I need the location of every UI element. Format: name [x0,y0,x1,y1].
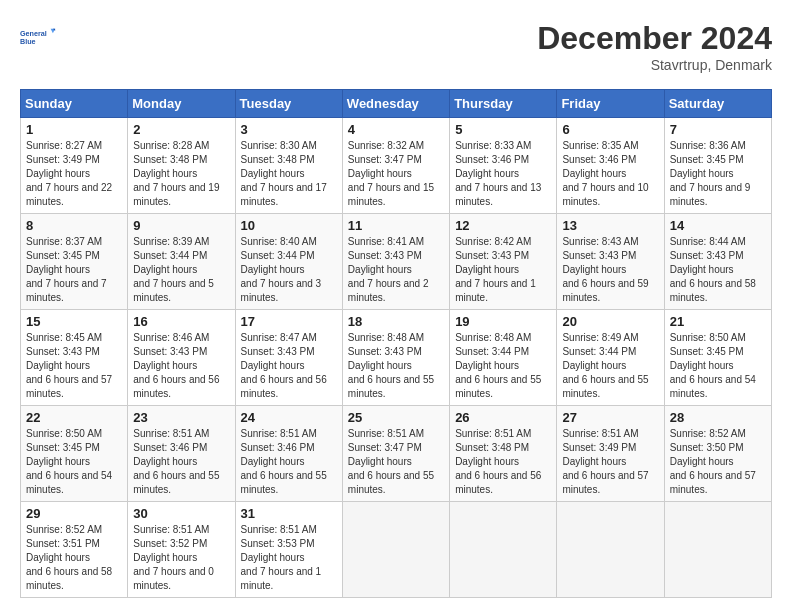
calendar-cell: 19 Sunrise: 8:48 AM Sunset: 3:44 PM Dayl… [450,310,557,406]
day-number: 12 [455,218,551,233]
header-row: SundayMondayTuesdayWednesdayThursdayFrid… [21,90,772,118]
day-number: 1 [26,122,122,137]
calendar-cell: 22 Sunrise: 8:50 AM Sunset: 3:45 PM Dayl… [21,406,128,502]
svg-text:Blue: Blue [20,37,36,46]
calendar-cell: 13 Sunrise: 8:43 AM Sunset: 3:43 PM Dayl… [557,214,664,310]
week-row-5: 29 Sunrise: 8:52 AM Sunset: 3:51 PM Dayl… [21,502,772,598]
day-number: 26 [455,410,551,425]
day-info: Sunrise: 8:39 AM Sunset: 3:44 PM Dayligh… [133,235,229,305]
col-header-wednesday: Wednesday [342,90,449,118]
day-number: 8 [26,218,122,233]
calendar-cell: 9 Sunrise: 8:39 AM Sunset: 3:44 PM Dayli… [128,214,235,310]
calendar-cell: 7 Sunrise: 8:36 AM Sunset: 3:45 PM Dayli… [664,118,771,214]
col-header-sunday: Sunday [21,90,128,118]
col-header-friday: Friday [557,90,664,118]
day-info: Sunrise: 8:50 AM Sunset: 3:45 PM Dayligh… [670,331,766,401]
day-info: Sunrise: 8:51 AM Sunset: 3:46 PM Dayligh… [133,427,229,497]
day-number: 2 [133,122,229,137]
day-info: Sunrise: 8:48 AM Sunset: 3:44 PM Dayligh… [455,331,551,401]
calendar-cell: 4 Sunrise: 8:32 AM Sunset: 3:47 PM Dayli… [342,118,449,214]
day-info: Sunrise: 8:28 AM Sunset: 3:48 PM Dayligh… [133,139,229,209]
day-info: Sunrise: 8:40 AM Sunset: 3:44 PM Dayligh… [241,235,337,305]
calendar-cell: 25 Sunrise: 8:51 AM Sunset: 3:47 PM Dayl… [342,406,449,502]
day-number: 14 [670,218,766,233]
calendar-cell: 20 Sunrise: 8:49 AM Sunset: 3:44 PM Dayl… [557,310,664,406]
day-info: Sunrise: 8:30 AM Sunset: 3:48 PM Dayligh… [241,139,337,209]
day-number: 25 [348,410,444,425]
day-number: 21 [670,314,766,329]
day-info: Sunrise: 8:36 AM Sunset: 3:45 PM Dayligh… [670,139,766,209]
calendar-table: SundayMondayTuesdayWednesdayThursdayFrid… [20,89,772,598]
calendar-cell: 10 Sunrise: 8:40 AM Sunset: 3:44 PM Dayl… [235,214,342,310]
day-info: Sunrise: 8:42 AM Sunset: 3:43 PM Dayligh… [455,235,551,305]
day-info: Sunrise: 8:51 AM Sunset: 3:52 PM Dayligh… [133,523,229,593]
week-row-2: 8 Sunrise: 8:37 AM Sunset: 3:45 PM Dayli… [21,214,772,310]
day-info: Sunrise: 8:49 AM Sunset: 3:44 PM Dayligh… [562,331,658,401]
day-info: Sunrise: 8:48 AM Sunset: 3:43 PM Dayligh… [348,331,444,401]
col-header-thursday: Thursday [450,90,557,118]
day-number: 7 [670,122,766,137]
day-info: Sunrise: 8:52 AM Sunset: 3:50 PM Dayligh… [670,427,766,497]
day-number: 30 [133,506,229,521]
day-info: Sunrise: 8:37 AM Sunset: 3:45 PM Dayligh… [26,235,122,305]
calendar-cell: 2 Sunrise: 8:28 AM Sunset: 3:48 PM Dayli… [128,118,235,214]
day-info: Sunrise: 8:44 AM Sunset: 3:43 PM Dayligh… [670,235,766,305]
day-number: 23 [133,410,229,425]
month-title: December 2024 [537,20,772,57]
col-header-monday: Monday [128,90,235,118]
calendar-cell [557,502,664,598]
calendar-cell: 24 Sunrise: 8:51 AM Sunset: 3:46 PM Dayl… [235,406,342,502]
day-info: Sunrise: 8:45 AM Sunset: 3:43 PM Dayligh… [26,331,122,401]
day-number: 15 [26,314,122,329]
col-header-tuesday: Tuesday [235,90,342,118]
day-number: 13 [562,218,658,233]
calendar-cell: 27 Sunrise: 8:51 AM Sunset: 3:49 PM Dayl… [557,406,664,502]
calendar-cell [342,502,449,598]
calendar-cell: 6 Sunrise: 8:35 AM Sunset: 3:46 PM Dayli… [557,118,664,214]
day-info: Sunrise: 8:52 AM Sunset: 3:51 PM Dayligh… [26,523,122,593]
calendar-cell: 11 Sunrise: 8:41 AM Sunset: 3:43 PM Dayl… [342,214,449,310]
calendar-cell: 23 Sunrise: 8:51 AM Sunset: 3:46 PM Dayl… [128,406,235,502]
calendar-cell: 12 Sunrise: 8:42 AM Sunset: 3:43 PM Dayl… [450,214,557,310]
title-block: December 2024 Stavrtrup, Denmark [537,20,772,73]
day-number: 22 [26,410,122,425]
col-header-saturday: Saturday [664,90,771,118]
svg-text:General: General [20,29,47,38]
calendar-cell: 18 Sunrise: 8:48 AM Sunset: 3:43 PM Dayl… [342,310,449,406]
day-info: Sunrise: 8:43 AM Sunset: 3:43 PM Dayligh… [562,235,658,305]
day-number: 29 [26,506,122,521]
day-number: 6 [562,122,658,137]
calendar-cell: 14 Sunrise: 8:44 AM Sunset: 3:43 PM Dayl… [664,214,771,310]
calendar-cell: 17 Sunrise: 8:47 AM Sunset: 3:43 PM Dayl… [235,310,342,406]
calendar-cell: 28 Sunrise: 8:52 AM Sunset: 3:50 PM Dayl… [664,406,771,502]
calendar-cell: 31 Sunrise: 8:51 AM Sunset: 3:53 PM Dayl… [235,502,342,598]
day-number: 20 [562,314,658,329]
day-info: Sunrise: 8:47 AM Sunset: 3:43 PM Dayligh… [241,331,337,401]
day-number: 10 [241,218,337,233]
calendar-cell: 5 Sunrise: 8:33 AM Sunset: 3:46 PM Dayli… [450,118,557,214]
calendar-cell: 30 Sunrise: 8:51 AM Sunset: 3:52 PM Dayl… [128,502,235,598]
day-number: 3 [241,122,337,137]
day-info: Sunrise: 8:27 AM Sunset: 3:49 PM Dayligh… [26,139,122,209]
calendar-cell: 21 Sunrise: 8:50 AM Sunset: 3:45 PM Dayl… [664,310,771,406]
calendar-cell: 8 Sunrise: 8:37 AM Sunset: 3:45 PM Dayli… [21,214,128,310]
day-info: Sunrise: 8:50 AM Sunset: 3:45 PM Dayligh… [26,427,122,497]
day-info: Sunrise: 8:51 AM Sunset: 3:48 PM Dayligh… [455,427,551,497]
day-info: Sunrise: 8:33 AM Sunset: 3:46 PM Dayligh… [455,139,551,209]
day-number: 17 [241,314,337,329]
day-info: Sunrise: 8:35 AM Sunset: 3:46 PM Dayligh… [562,139,658,209]
calendar-cell: 3 Sunrise: 8:30 AM Sunset: 3:48 PM Dayli… [235,118,342,214]
logo-icon: General Blue [20,20,56,56]
day-info: Sunrise: 8:41 AM Sunset: 3:43 PM Dayligh… [348,235,444,305]
page-header: General Blue December 2024 Stavrtrup, De… [20,20,772,73]
calendar-cell: 29 Sunrise: 8:52 AM Sunset: 3:51 PM Dayl… [21,502,128,598]
day-number: 27 [562,410,658,425]
logo: General Blue [20,20,62,56]
day-number: 31 [241,506,337,521]
week-row-4: 22 Sunrise: 8:50 AM Sunset: 3:45 PM Dayl… [21,406,772,502]
calendar-cell [450,502,557,598]
day-number: 4 [348,122,444,137]
calendar-cell: 16 Sunrise: 8:46 AM Sunset: 3:43 PM Dayl… [128,310,235,406]
day-info: Sunrise: 8:51 AM Sunset: 3:47 PM Dayligh… [348,427,444,497]
day-info: Sunrise: 8:51 AM Sunset: 3:49 PM Dayligh… [562,427,658,497]
